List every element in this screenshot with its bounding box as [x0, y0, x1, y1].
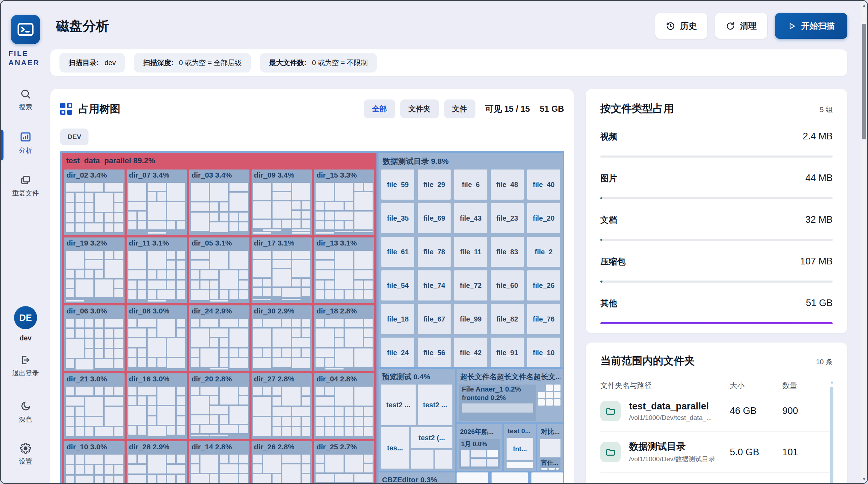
treemap-tile[interactable]	[114, 476, 123, 484]
treemap-tile[interactable]	[316, 407, 334, 416]
treemap-tile[interactable]	[157, 319, 176, 337]
treemap-tile[interactable]	[230, 329, 248, 347]
treemap-tile[interactable]	[128, 212, 137, 220]
treemap-tile[interactable]	[220, 474, 238, 483]
treemap-tile[interactable]	[114, 329, 123, 338]
treemap-tile[interactable]	[167, 251, 176, 259]
treemap-tile[interactable]	[364, 338, 373, 347]
treemap-tile[interactable]	[177, 251, 185, 259]
treemap-tile[interactable]: test2 (...	[411, 427, 452, 448]
treemap-tile[interactable]	[128, 455, 137, 463]
treemap-tile[interactable]	[85, 349, 94, 358]
treemap-tile[interactable]	[128, 202, 147, 210]
treemap-tile[interactable]	[85, 213, 94, 222]
treemap-file-file_35[interactable]: file_35	[381, 203, 414, 233]
treemap-tile[interactable]	[302, 201, 310, 209]
treemap-tile[interactable]	[220, 348, 228, 357]
treemap-tile[interactable]	[138, 348, 146, 357]
treemap-group-preview-test[interactable]: 预览测试 0.4% test2 ... test2 ... tes... tes…	[379, 369, 455, 471]
treemap-tile[interactable]	[66, 455, 74, 464]
treemap-tile[interactable]	[292, 260, 310, 277]
treemap-tile[interactable]	[138, 358, 146, 367]
treemap-tile[interactable]	[273, 288, 281, 296]
treemap-tile[interactable]	[167, 426, 176, 435]
treemap-tile[interactable]	[273, 407, 291, 416]
treemap-tile[interactable]	[114, 427, 123, 436]
treemap-tile[interactable]	[325, 387, 334, 395]
treemap-dir-dir_26[interactable]: dir_26 2.8%	[252, 441, 312, 484]
treemap-tile[interactable]	[177, 455, 185, 463]
treemap-tile[interactable]	[253, 183, 271, 200]
treemap-tile[interactable]	[128, 251, 147, 269]
treemap-tile[interactable]	[95, 193, 113, 212]
treemap-tile[interactable]	[66, 300, 84, 302]
treemap-tile[interactable]	[354, 290, 363, 299]
treemap-tile[interactable]	[210, 213, 219, 221]
treemap-tile[interactable]	[138, 221, 146, 229]
treemap-file-file_69[interactable]: file_69	[418, 203, 451, 233]
treemap-tile[interactable]	[302, 348, 310, 357]
treemap-tile[interactable]	[200, 387, 219, 395]
treemap-tile[interactable]	[66, 387, 74, 395]
treemap-tile[interactable]	[148, 338, 166, 357]
treemap-tile[interactable]	[253, 358, 271, 368]
treemap-tile[interactable]	[128, 358, 137, 367]
treemap-file-file_72[interactable]: file_72	[454, 270, 487, 300]
treemap-tile[interactable]	[177, 396, 185, 405]
treemap-tile[interactable]	[105, 223, 113, 232]
treemap-dir-dir_25[interactable]: dir_25 2.7%	[314, 441, 374, 484]
treemap-tile[interactable]	[292, 319, 301, 327]
treemap-tile[interactable]	[191, 290, 209, 300]
treemap-file-file_40[interactable]: file_40	[527, 170, 560, 200]
treemap-tile[interactable]	[66, 339, 84, 358]
treemap-tile[interactable]	[273, 387, 281, 395]
treemap-tile[interactable]	[335, 338, 344, 347]
treemap-tile[interactable]	[66, 289, 74, 297]
treemap-tile[interactable]	[138, 426, 146, 435]
treemap-tile[interactable]	[76, 465, 84, 474]
treemap-tile[interactable]	[230, 455, 238, 463]
treemap-tile[interactable]	[282, 387, 301, 406]
treemap-tile[interactable]	[335, 329, 344, 337]
table-scrollbar-thumb[interactable]	[830, 387, 833, 484]
treemap-tile[interactable]	[263, 455, 281, 473]
treemap-tile[interactable]	[345, 202, 353, 210]
treemap-tile[interactable]	[364, 290, 373, 299]
treemap-tile[interactable]	[354, 270, 373, 279]
treemap-tile[interactable]	[210, 329, 228, 337]
treemap-tile[interactable]	[253, 397, 271, 416]
scan-dir-field[interactable]: 扫描目录: dev	[59, 53, 125, 72]
treemap-group-test0[interactable]: test 0... fnt...	[504, 424, 536, 471]
treemap-tile[interactable]	[292, 329, 301, 337]
treemap-tile[interactable]	[354, 474, 373, 482]
treemap-tile[interactable]	[148, 455, 166, 473]
treemap-tile[interactable]	[114, 223, 123, 232]
treemap-tile[interactable]	[128, 338, 147, 347]
treemap-tile[interactable]	[325, 202, 344, 210]
treemap-tile[interactable]	[220, 387, 238, 405]
treemap-tile[interactable]	[292, 338, 310, 347]
treemap-tile[interactable]	[325, 358, 334, 367]
treemap-tile[interactable]	[66, 183, 84, 192]
treemap-tile[interactable]	[76, 359, 94, 369]
treemap-tile[interactable]	[76, 407, 84, 416]
treemap-tile[interactable]	[66, 279, 74, 288]
treemap-tile[interactable]	[157, 270, 166, 279]
treemap-tile[interactable]	[282, 348, 291, 357]
treemap-tile[interactable]	[66, 407, 74, 416]
treemap-group-cbzeditor[interactable]: CBZEditor 0.3% frontend 0... dat...	[379, 472, 455, 484]
treemap-tile[interactable]	[95, 270, 103, 278]
treemap-dir-dir_10[interactable]: dir_10 3.0%	[64, 441, 125, 484]
treemap-tile[interactable]	[95, 476, 103, 484]
treemap-tile[interactable]	[273, 251, 291, 259]
treemap-tile[interactable]	[253, 455, 262, 463]
treemap-tile[interactable]	[85, 223, 104, 232]
treemap-tile[interactable]	[292, 417, 301, 426]
treemap-tile[interactable]	[66, 223, 74, 232]
avatar[interactable]: DE	[14, 306, 37, 329]
treemap-tile[interactable]	[253, 201, 271, 219]
treemap-tile[interactable]	[191, 396, 209, 414]
treemap-tile[interactable]	[105, 339, 113, 348]
treemap-tile[interactable]	[85, 251, 104, 259]
treemap-tile[interactable]	[95, 329, 103, 338]
